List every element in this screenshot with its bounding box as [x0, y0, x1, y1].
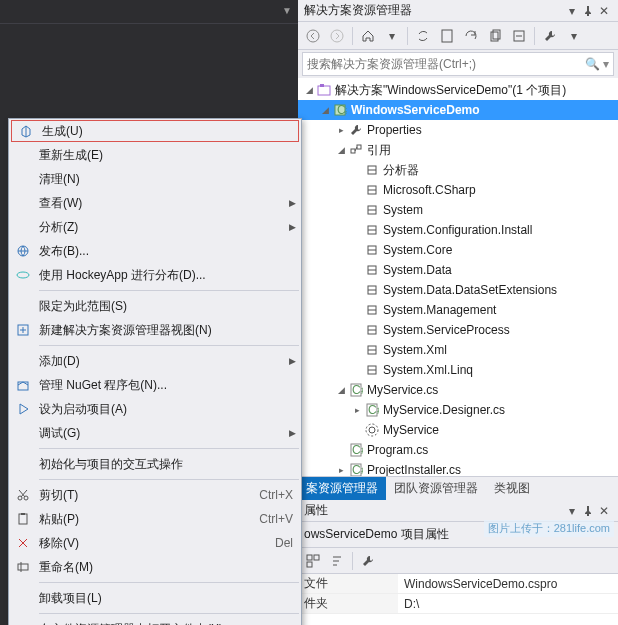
- wrench-icon[interactable]: [539, 25, 561, 47]
- node-icon: C#: [332, 102, 348, 118]
- twisty-icon[interactable]: ▸: [334, 465, 348, 475]
- tab-class-view[interactable]: 类视图: [486, 477, 538, 501]
- menu-item[interactable]: 重新生成(E): [9, 143, 301, 167]
- reference-item[interactable]: System.Xml: [298, 340, 618, 360]
- reference-item[interactable]: Microsoft.CSharp: [298, 180, 618, 200]
- close-icon[interactable]: ✕: [596, 3, 612, 19]
- node-icon: [348, 142, 364, 158]
- twisty-icon[interactable]: ▸: [334, 125, 348, 135]
- menu-item[interactable]: 管理 NuGet 程序包(N)...: [9, 373, 301, 397]
- project-node[interactable]: ◢C#WindowsServiceDemo: [298, 100, 618, 120]
- menu-label: 移除(V): [37, 535, 231, 552]
- solution-tree[interactable]: ◢解决方案"WindowsServiceDemo"(1 个项目)◢C#Windo…: [298, 78, 618, 476]
- properties-panel: 属性 ▾ ✕ owsServiceDemo 项目属性 文件WindowsServ…: [298, 500, 618, 625]
- doc-icon[interactable]: [436, 25, 458, 47]
- twisty-icon[interactable]: ◢: [334, 385, 348, 395]
- search-box[interactable]: 🔍 ▾: [302, 52, 614, 76]
- dropdown-icon[interactable]: ▾: [564, 3, 580, 19]
- rename-icon: [9, 555, 37, 579]
- menu-item[interactable]: 调试(G)▶: [9, 421, 301, 445]
- separator: [407, 27, 408, 45]
- file-node[interactable]: ▸C#ProjectInstaller.cs: [298, 460, 618, 476]
- sort-icon[interactable]: [326, 550, 348, 572]
- file-node[interactable]: ▸C#MyService.Designer.cs: [298, 400, 618, 420]
- categorize-icon[interactable]: [302, 550, 324, 572]
- reference-item[interactable]: System.Data.DataSetExtensions: [298, 280, 618, 300]
- forward-icon[interactable]: [326, 25, 348, 47]
- property-row[interactable]: 文件WindowsServiceDemo.cspro: [298, 574, 618, 594]
- reference-item[interactable]: System.Xml.Linq: [298, 360, 618, 380]
- menu-item[interactable]: 分析(Z)▶: [9, 215, 301, 239]
- reference-item[interactable]: 分析器: [298, 160, 618, 180]
- svg-rect-60: [19, 514, 27, 524]
- menu-label: 查看(W): [37, 195, 289, 212]
- search-dropdown-icon[interactable]: 🔍 ▾: [585, 57, 609, 71]
- menu-item[interactable]: 发布(B)...: [9, 239, 301, 263]
- solution-node[interactable]: ◢解决方案"WindowsServiceDemo"(1 个项目): [298, 80, 618, 100]
- reference-item[interactable]: System.Data: [298, 260, 618, 280]
- menu-item[interactable]: 移除(V)Del: [9, 531, 301, 555]
- menu-item[interactable]: 清理(N): [9, 167, 301, 191]
- node-icon: [316, 82, 332, 98]
- menu-item[interactable]: 添加(D)▶: [9, 349, 301, 373]
- copy-icon[interactable]: [484, 25, 506, 47]
- chevron-down-icon[interactable]: ▾: [381, 25, 403, 47]
- node-label: MyService.cs: [367, 383, 438, 397]
- collapse-icon[interactable]: [508, 25, 530, 47]
- menu-item[interactable]: 新建解决方案资源管理器视图(N): [9, 318, 301, 342]
- twisty-icon[interactable]: ▸: [350, 405, 364, 415]
- pin-icon[interactable]: [580, 503, 596, 519]
- file-node[interactable]: C#Program.cs: [298, 440, 618, 460]
- node-label: MyService: [383, 423, 439, 437]
- references-node[interactable]: ◢引用: [298, 140, 618, 160]
- twisty-icon[interactable]: ◢: [302, 85, 316, 95]
- reference-item[interactable]: System.Core: [298, 240, 618, 260]
- menu-item[interactable]: 限定为此范围(S): [9, 294, 301, 318]
- search-input[interactable]: [307, 57, 581, 71]
- menu-item[interactable]: 生成(U): [11, 120, 299, 142]
- editor-dropdown-icon[interactable]: ▼: [282, 5, 292, 16]
- svg-rect-7: [318, 86, 330, 95]
- blank-icon: [9, 421, 37, 445]
- menu-item[interactable]: 重命名(M): [9, 555, 301, 579]
- wrench-icon[interactable]: [357, 550, 379, 572]
- node-icon: C#: [348, 382, 364, 398]
- menu-item[interactable]: 设为启动项目(A): [9, 397, 301, 421]
- dropdown-icon[interactable]: ▾: [564, 503, 580, 519]
- properties-node[interactable]: ▸Properties: [298, 120, 618, 140]
- tab-solution-explorer[interactable]: 案资源管理器: [298, 477, 386, 501]
- menu-item[interactable]: 在文件资源管理器中打开文件夹(X): [9, 617, 301, 625]
- reference-item[interactable]: System: [298, 200, 618, 220]
- menu-item[interactable]: 查看(W)▶: [9, 191, 301, 215]
- context-menu: 生成(U)重新生成(E)清理(N)查看(W)▶分析(Z)▶发布(B)...使用 …: [8, 118, 302, 625]
- property-row[interactable]: 件夹D:\: [298, 594, 618, 614]
- pin-icon[interactable]: [580, 3, 596, 19]
- refresh-icon[interactable]: [460, 25, 482, 47]
- back-icon[interactable]: [302, 25, 324, 47]
- sync-icon[interactable]: [412, 25, 434, 47]
- reference-item[interactable]: System.Management: [298, 300, 618, 320]
- twisty-icon[interactable]: ◢: [318, 105, 332, 115]
- menu-item[interactable]: 粘贴(P)Ctrl+V: [9, 507, 301, 531]
- chevron-down-icon[interactable]: ▾: [563, 25, 585, 47]
- close-icon[interactable]: ✕: [596, 503, 612, 519]
- menu-label: 分析(Z): [37, 219, 289, 236]
- node-label: System.ServiceProcess: [383, 323, 510, 337]
- menu-item[interactable]: 使用 HockeyApp 进行分布(D)...: [9, 263, 301, 287]
- node-icon: [348, 122, 364, 138]
- menu-item[interactable]: 剪切(T)Ctrl+X: [9, 483, 301, 507]
- svg-point-51: [17, 272, 29, 278]
- reference-item[interactable]: System.Configuration.Install: [298, 220, 618, 240]
- file-node[interactable]: ◢C#MyService.cs: [298, 380, 618, 400]
- menu-item[interactable]: 卸载项目(L): [9, 586, 301, 610]
- menu-label: 初始化与项目的交互式操作: [37, 456, 301, 473]
- reference-item[interactable]: System.ServiceProcess: [298, 320, 618, 340]
- svg-rect-47: [314, 555, 319, 560]
- component-node[interactable]: MyService: [298, 420, 618, 440]
- menu-item[interactable]: 初始化与项目的交互式操作: [9, 452, 301, 476]
- svg-text:C#: C#: [352, 463, 363, 476]
- twisty-icon[interactable]: ◢: [334, 145, 348, 155]
- home-icon[interactable]: [357, 25, 379, 47]
- tab-team-explorer[interactable]: 团队资源管理器: [386, 477, 486, 501]
- properties-grid[interactable]: 文件WindowsServiceDemo.cspro件夹D:\: [298, 574, 618, 625]
